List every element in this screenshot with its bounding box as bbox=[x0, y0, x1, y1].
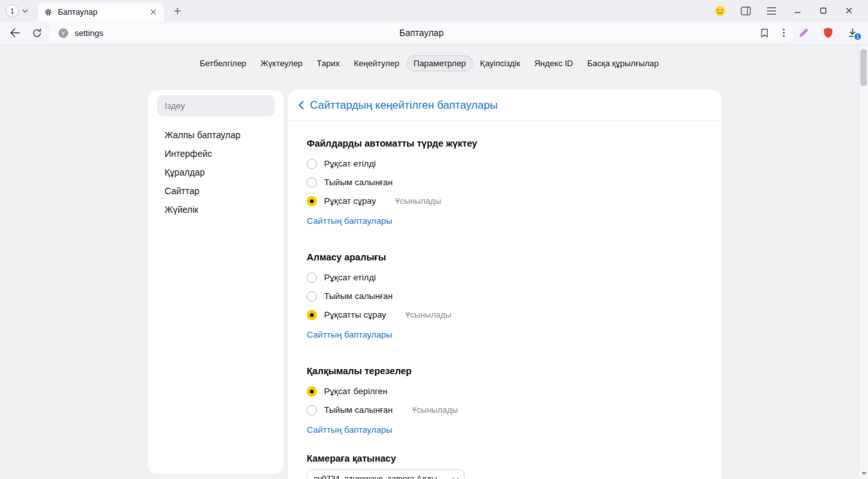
tab-close-icon[interactable] bbox=[149, 7, 158, 17]
radio-button[interactable] bbox=[307, 310, 317, 320]
omnibox-more-icon[interactable] bbox=[782, 28, 785, 37]
tab-bar: 1 Баптаулар bbox=[0, 0, 868, 21]
nav-tab-item[interactable]: Басқа құрылғылар bbox=[580, 55, 665, 71]
page-scrollbar[interactable] bbox=[858, 45, 868, 479]
nav-tab-item[interactable]: Бетбелгілер bbox=[192, 55, 253, 71]
sidebar-search[interactable] bbox=[157, 95, 275, 116]
nav-tab-item[interactable]: Қауіпсіздік bbox=[473, 55, 527, 71]
section-heading: Камераға қатынасу bbox=[307, 453, 703, 464]
site-settings-link[interactable]: Сайттың баптаулары bbox=[307, 329, 392, 341]
radio-option[interactable]: Тыйым салынған bbox=[307, 287, 703, 305]
sidebar-item[interactable]: Интерфейс bbox=[148, 144, 284, 163]
search-input[interactable] bbox=[165, 101, 267, 111]
radio-option[interactable]: Тыйым салынған bbox=[307, 173, 703, 192]
tab-counter-button[interactable]: 1 bbox=[6, 5, 19, 17]
tab-title: Баптаулар bbox=[58, 8, 149, 17]
side-panel-icon[interactable] bbox=[733, 1, 759, 21]
radio-option[interactable]: Рұқсат етілді bbox=[307, 154, 703, 173]
radio-button[interactable] bbox=[307, 177, 317, 188]
radio-label: Рұқсатты сұрау bbox=[324, 310, 386, 320]
chevron-left-icon bbox=[298, 101, 303, 109]
site-settings-link[interactable]: Сайттың баптаулары bbox=[307, 215, 392, 227]
window-maximize-button[interactable] bbox=[810, 1, 836, 21]
radio-label: Тыйым салынған bbox=[324, 177, 393, 187]
radio-option[interactable]: Тыйым салынғанҰсынылады bbox=[307, 401, 703, 419]
settings-section: Камераға қатынасуcv9734_azurewave_camera… bbox=[307, 436, 703, 479]
settings-section: Алмасу аралығыРұқсат етілдіТыйым салынға… bbox=[307, 227, 703, 341]
site-favicon: Y bbox=[58, 28, 69, 39]
radio-option[interactable]: Рұқсат берілген bbox=[307, 382, 703, 401]
sidebar-item[interactable]: Сайттар bbox=[148, 181, 284, 200]
radio-label: Рұқсат етілді bbox=[324, 273, 376, 282]
recommended-badge: Ұсынылады bbox=[412, 405, 458, 415]
page-title: Сайттардың кеңейтілген баптаулары bbox=[310, 99, 498, 112]
nav-tab-active[interactable]: Параметрлер bbox=[406, 55, 473, 71]
window-close-button[interactable] bbox=[836, 1, 862, 21]
radio-option[interactable]: Рұқсат етілді bbox=[307, 268, 703, 287]
radio-label: Рұқсат сұрау bbox=[324, 196, 376, 206]
nav-tab-item[interactable]: Жүктеулер bbox=[253, 55, 310, 71]
nav-tab-item[interactable]: Яндекс ID bbox=[527, 55, 580, 71]
page-header-back[interactable]: Сайттардың кеңейтілген баптаулары bbox=[288, 90, 721, 121]
tabs-chevron-down-icon[interactable] bbox=[22, 9, 28, 13]
nav-tab-item[interactable]: Кеңейтулер bbox=[347, 55, 406, 71]
back-button[interactable] bbox=[4, 23, 26, 42]
sections: Файлдарды автоматты түрде жүктеуРұқсат е… bbox=[288, 121, 721, 479]
scrollbar-thumb[interactable] bbox=[860, 49, 867, 86]
radio-button[interactable] bbox=[307, 291, 317, 302]
radio-option[interactable]: Рұқсатты сұрауҰсынылады bbox=[307, 305, 703, 324]
radio-option[interactable]: Рұқсат сұрауҰсынылады bbox=[307, 192, 703, 210]
radio-button[interactable] bbox=[307, 159, 317, 169]
sidebar-item[interactable]: Жалпы баптаулар bbox=[148, 125, 284, 144]
recommended-badge: Ұсынылады bbox=[395, 196, 441, 206]
browser-tab[interactable]: Баптаулар bbox=[38, 3, 164, 21]
radio-button[interactable] bbox=[307, 386, 317, 397]
url-text[interactable]: settings bbox=[75, 28, 104, 38]
camera-select-value: cv9734_azurewave_camera Алдыңғы bbox=[314, 474, 448, 479]
toolbar-extensions: 1 bbox=[798, 27, 858, 39]
radio-label: Тыйым салынған bbox=[324, 405, 393, 415]
radio-label: Рұқсат берілген bbox=[324, 386, 388, 396]
radio-button[interactable] bbox=[307, 196, 317, 206]
radio-button[interactable] bbox=[307, 405, 317, 415]
sidebar-list: Жалпы баптауларИнтерфейсҚұралдарСайттарЖ… bbox=[148, 125, 284, 219]
page-title-center: Баптаулар bbox=[399, 28, 444, 38]
tabbar-right-controls bbox=[707, 1, 862, 21]
settings-section: Қалқымалы терезелерРұқсат берілгенТыйым … bbox=[307, 341, 703, 436]
settings-page: БетбелгілерЖүктеулерТарихКеңейтулерПарам… bbox=[0, 45, 868, 479]
window-minimize-button[interactable] bbox=[784, 1, 810, 21]
radio-label: Тыйым салынған bbox=[324, 291, 393, 301]
rewards-smiley-icon[interactable] bbox=[707, 1, 733, 21]
recommended-badge: Ұсынылады bbox=[406, 310, 451, 320]
omnibox[interactable]: Y settings Баптаулар bbox=[50, 23, 793, 42]
camera-select[interactable]: cv9734_azurewave_camera Алдыңғы bbox=[307, 469, 465, 479]
settings-gear-icon bbox=[44, 8, 53, 17]
settings-nav-tabs: БетбелгілерЖүктеулерТарихКеңейтулерПарам… bbox=[0, 45, 858, 81]
site-settings-link[interactable]: Сайттың баптаулары bbox=[307, 424, 392, 436]
adblock-shield-icon[interactable] bbox=[823, 27, 833, 39]
omnibox-actions bbox=[761, 28, 785, 38]
downloads-button[interactable]: 1 bbox=[847, 28, 858, 38]
edit-pencil-icon[interactable] bbox=[798, 28, 809, 39]
chevron-down-icon bbox=[453, 474, 459, 479]
scrollbar-down-arrow-icon[interactable] bbox=[862, 472, 867, 475]
section-heading: Файлдарды автоматты түрде жүктеу bbox=[307, 138, 703, 149]
settings-section: Файлдарды автоматты түрде жүктеуРұқсат е… bbox=[307, 121, 703, 227]
download-count-badge: 1 bbox=[853, 32, 862, 41]
svg-text:Y: Y bbox=[61, 29, 66, 36]
address-bar: Y settings Баптаулар 1 bbox=[0, 21, 868, 45]
sidebar-item[interactable]: Құралдар bbox=[148, 163, 284, 181]
settings-main-panel: Сайттардың кеңейтілген баптаулары Файлда… bbox=[288, 90, 721, 479]
new-tab-button[interactable] bbox=[170, 4, 185, 18]
settings-sidebar: Жалпы баптауларИнтерфейсҚұралдарСайттарЖ… bbox=[148, 90, 284, 474]
reload-button[interactable] bbox=[26, 23, 48, 42]
radio-label: Рұқсат етілді bbox=[324, 159, 376, 168]
nav-tab-item[interactable]: Тарих bbox=[310, 55, 347, 71]
bookmark-flag-icon[interactable] bbox=[761, 28, 768, 38]
section-heading: Алмасу аралығы bbox=[307, 251, 703, 263]
sidebar-item[interactable]: Жүйелік bbox=[148, 200, 284, 219]
radio-button[interactable] bbox=[307, 273, 317, 283]
menu-hamburger-icon[interactable] bbox=[759, 1, 784, 21]
section-heading: Қалқымалы терезелер bbox=[307, 365, 703, 377]
